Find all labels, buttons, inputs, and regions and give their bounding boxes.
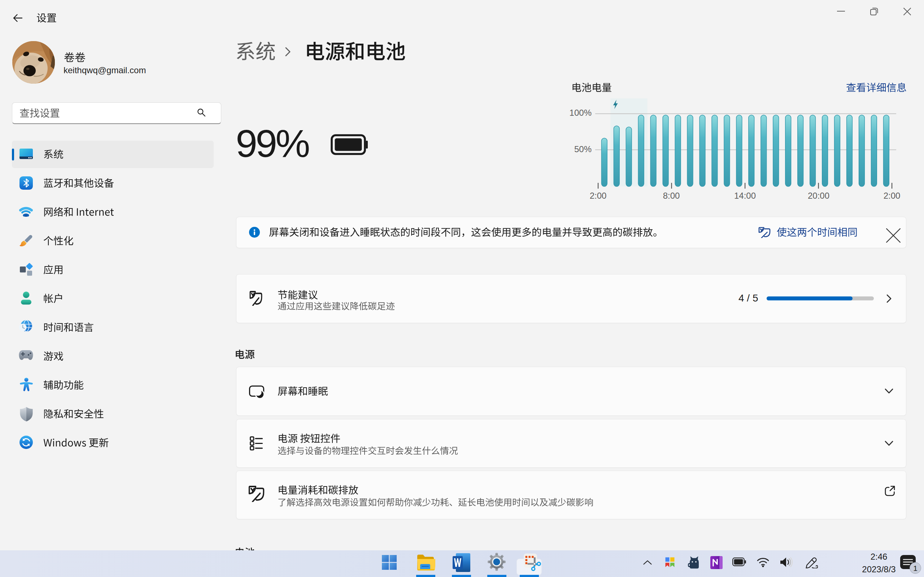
svg-text:1: 1 (913, 564, 918, 572)
